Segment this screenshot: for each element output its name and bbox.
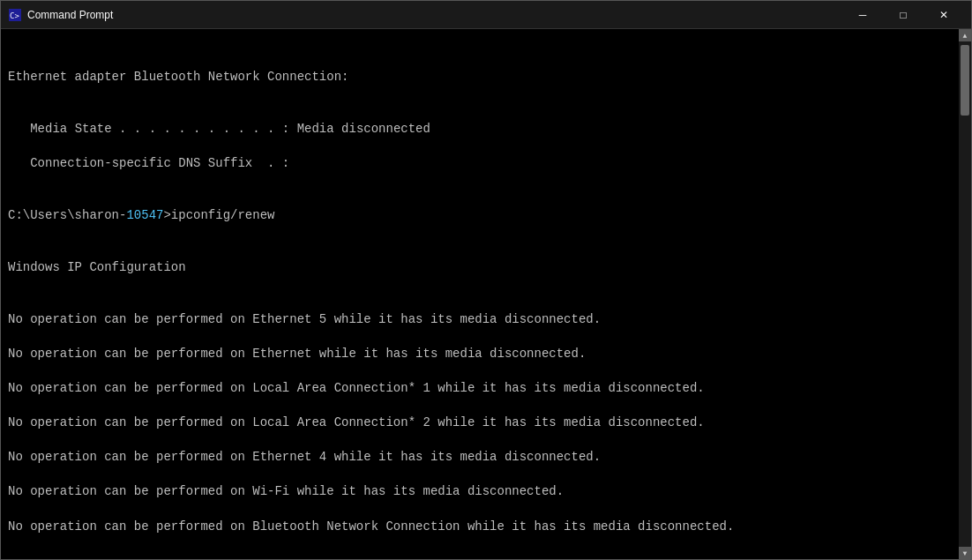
terminal-line: No operation can be performed on Etherne… (8, 346, 952, 363)
close-button[interactable]: ✕ (923, 1, 964, 29)
scrollbar-down-button[interactable]: ▼ (959, 547, 971, 559)
title-bar: C> Command Prompt ─ □ ✕ (1, 1, 971, 29)
terminal-line: No operation can be performed on Local A… (8, 414, 952, 432)
scrollbar-thumb[interactable] (961, 45, 969, 116)
terminal-line: Windows IP Configuration (8, 259, 952, 277)
cmd-window: C> Command Prompt ─ □ ✕ Ethernet adapter… (0, 0, 972, 560)
minimize-button[interactable]: ─ (842, 1, 883, 29)
terminal-line: Ethernet adapter Bluetooth Network Conne… (8, 69, 952, 86)
terminal-line: No operation can be performed on Etherne… (8, 311, 952, 329)
window-controls: ─ □ ✕ (842, 1, 964, 29)
cmd-icon: C> (8, 8, 22, 22)
user-id-highlight: 10547 (126, 208, 163, 222)
svg-text:C>: C> (10, 11, 19, 20)
terminal-line: C:\Users\sharon-10547>ipconfig/renew (8, 207, 952, 225)
scrollbar-up-button[interactable]: ▲ (959, 29, 971, 41)
terminal-line: No operation can be performed on Etherne… (8, 449, 952, 467)
maximize-button[interactable]: □ (883, 1, 923, 29)
terminal-line: No operation can be performed on Bluetoo… (8, 519, 952, 536)
terminal-output[interactable]: Ethernet adapter Bluetooth Network Conne… (1, 29, 959, 559)
terminal-line: No operation can be performed on Local A… (8, 380, 952, 398)
terminal-line: Media State . . . . . . . . . . . : Medi… (8, 121, 952, 138)
terminal-line: Connection-specific DNS Suffix . : (8, 155, 952, 173)
window-body: Ethernet adapter Bluetooth Network Conne… (1, 29, 971, 559)
terminal-line: No operation can be performed on Wi-Fi w… (8, 483, 952, 501)
window-title: Command Prompt (27, 9, 842, 21)
scrollbar[interactable]: ▲ ▼ (959, 29, 971, 559)
